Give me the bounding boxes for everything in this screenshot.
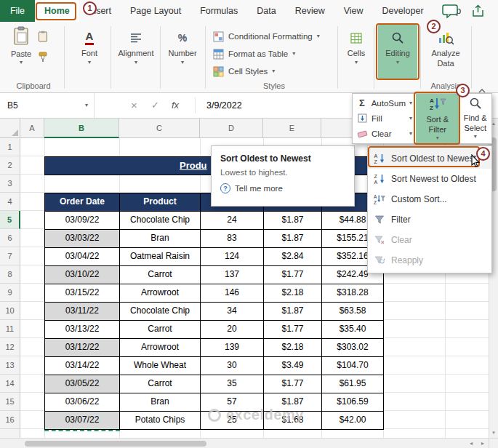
format-painter-icon[interactable] [38,52,48,65]
cell[interactable]: $2.18 [264,284,322,303]
cell[interactable]: Chocolate Chip [120,303,201,321]
scroll-left-icon[interactable]: ◂ [470,439,473,448]
cell[interactable]: 03/06/22 [45,393,120,412]
cell[interactable]: 03/15/22 [45,284,120,303]
find-select-button[interactable]: Find & Select ▾ [459,94,491,143]
column-header-a[interactable]: A [20,119,44,138]
header-cell[interactable]: Order Date [45,193,120,212]
column-header-b[interactable]: B [44,119,119,138]
cell[interactable]: 146 [201,284,264,303]
editing-group-button[interactable]: Editing ▾ [378,25,417,79]
row-header-11[interactable]: 11 [0,320,20,338]
select-all-button[interactable] [0,119,20,138]
row-header-15[interactable]: 15 [0,393,20,411]
cell[interactable]: 03/14/22 [45,357,120,375]
row-header-1[interactable]: 1 [0,138,20,156]
row-header-16[interactable]: 16 [0,411,20,429]
cell[interactable]: 30 [201,357,264,375]
tab-file[interactable]: File [0,0,35,22]
cells-group-button[interactable]: Cells ▾ [340,25,372,79]
cell[interactable]: 03/11/22 [45,303,120,321]
row-header-3[interactable]: 3 [0,175,20,193]
row-header-14[interactable]: 14 [0,375,20,393]
header-cell[interactable]: Product [120,193,201,212]
cell[interactable]: Carrot [120,375,201,393]
cell[interactable]: Arrowroot [120,284,201,303]
menu-item-reapply[interactable]: Reapply [368,250,491,271]
tell-me-more-link[interactable]: ? Tell me more [220,183,345,193]
name-box[interactable]: B5 ▾ [0,93,95,118]
cell[interactable]: 03/07/22 [45,412,120,430]
cell[interactable]: Potato Chips [120,412,201,430]
row-header-6[interactable]: 6 [0,229,20,247]
tab-formulas[interactable]: Formulas [190,0,247,22]
cell[interactable]: $318.28 [322,284,384,303]
cell[interactable]: $1.77 [264,266,322,284]
cell[interactable]: 03/12/22 [45,339,120,357]
menu-item-custom-sort[interactable]: AZCustom Sort... [368,189,491,209]
cell[interactable]: 03/03/22 [45,230,120,248]
cell[interactable]: $3.49 [264,357,322,375]
cell[interactable]: 24 [201,212,264,230]
cell[interactable]: $35.40 [322,321,384,339]
share-icon[interactable] [471,4,485,21]
copy-icon[interactable] [38,31,48,45]
cell[interactable]: $2.84 [264,248,322,266]
menu-item-clear[interactable]: Clear [368,230,491,250]
cell[interactable]: $1.77 [264,375,322,393]
fill-button[interactable]: Fill ▾ [353,111,416,126]
tab-home[interactable]: Home [35,0,79,22]
cell[interactable]: 139 [201,339,264,357]
menu-item-filter[interactable]: Filter [368,209,491,230]
clear-button[interactable]: Clear ▾ [353,126,416,141]
row-header-13[interactable]: 13 [0,356,20,375]
cell[interactable]: $1.77 [264,321,322,339]
cell[interactable]: 83 [201,230,264,248]
cell[interactable]: Carrot [120,266,201,284]
cell[interactable]: $106.59 [322,393,384,412]
insert-function-icon[interactable]: fx [172,93,179,118]
autosum-button[interactable]: Σ AutoSum ▾ [353,95,416,111]
menu-item-sort-newest-to-oldest[interactable]: ZASort Newest to Oldest [368,169,491,189]
tab-view[interactable]: View [334,0,373,22]
cell[interactable]: 34 [201,303,264,321]
cell[interactable]: Bran [120,230,201,248]
cell[interactable]: 137 [201,266,264,284]
cell[interactable]: 35 [201,375,264,393]
row-header-10[interactable]: 10 [0,302,20,320]
cell[interactable]: Oatmeal Raisin [120,248,201,266]
tab-developer[interactable]: Developer [373,0,433,22]
column-header-c[interactable]: C [119,119,200,138]
comments-icon[interactable] [442,4,458,21]
tab-page-layout[interactable]: Page Layout [121,0,190,22]
formula-bar-value[interactable]: 3/9/2022 [206,93,242,118]
cell[interactable]: Chocolate Chip [120,212,201,230]
cell[interactable]: Whole Wheat [120,357,201,375]
tab-review[interactable]: Review [286,0,334,22]
cell[interactable]: $1.87 [264,303,322,321]
alignment-group-button[interactable]: Alignment ▾ [113,25,158,79]
cell[interactable]: $104.70 [322,357,384,375]
cell-styles-button[interactable]: Cell Styles▾ [212,63,336,80]
row-header-8[interactable]: 8 [0,265,20,284]
cell[interactable]: 124 [201,248,264,266]
cell[interactable]: 03/05/22 [45,375,120,393]
cell[interactable]: Carrot [120,321,201,339]
cell[interactable]: $303.02 [322,339,384,357]
cell[interactable]: 20 [201,321,264,339]
cell[interactable]: $63.58 [322,303,384,321]
cell[interactable]: Arrowroot [120,339,201,357]
paste-button[interactable]: Paste ▾ [4,25,38,79]
font-group-button[interactable]: A Font ▾ [70,25,109,79]
row-header-5[interactable]: 5 [0,211,20,229]
cell[interactable]: Bran [120,393,201,412]
cell[interactable]: 03/13/22 [45,321,120,339]
cancel-icon[interactable]: × [131,93,137,118]
column-header-d[interactable]: D [200,119,263,138]
number-group-button[interactable]: % Number ▾ [163,25,202,79]
sort-filter-button[interactable]: AZ Sort & Filter ▾ [416,94,459,143]
row-header-9[interactable]: 9 [0,284,20,302]
row-header-2[interactable]: 2 [0,156,20,175]
cell[interactable]: 03/09/22 [45,212,120,230]
row-header-4[interactable]: 4 [0,193,20,211]
